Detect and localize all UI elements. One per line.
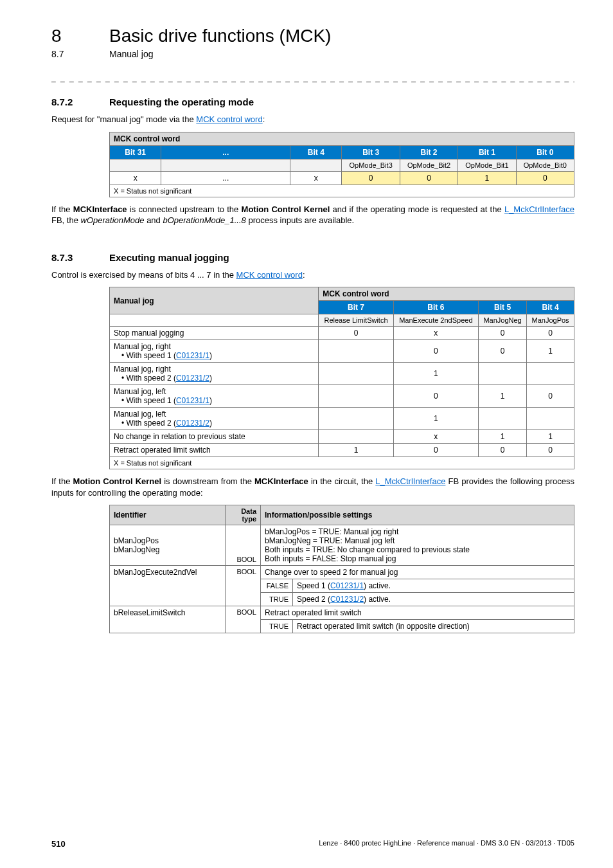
val-cell: 0	[479, 340, 527, 363]
text: FB, the	[51, 215, 81, 225]
heading-872: 8.7.2 Requesting the operating mode	[51, 96, 574, 107]
val-cell: 0	[400, 171, 458, 185]
value-label: TRUE	[261, 593, 293, 606]
val-cell	[527, 408, 574, 430]
text: wOperationMode	[81, 215, 145, 225]
divider: _ _ _ _ _ _ _ _ _ _ _ _ _ _ _ _ _ _ _ _ …	[51, 73, 574, 82]
val-cell: x	[393, 430, 478, 444]
identifier-cell: bReleaseLimitSwitch	[110, 606, 226, 633]
text: Manual jog, right	[114, 365, 171, 374]
sub-cell: OpMode_Bit2	[400, 159, 458, 171]
val-cell: 1	[527, 430, 574, 444]
value-label: TRUE	[261, 620, 293, 633]
mckctrlinterface-link[interactable]: L_MckCtrlInterface	[375, 476, 445, 486]
text: Manual jog, left	[114, 410, 166, 419]
col-bit31: Bit 31	[110, 145, 161, 159]
val-cell: 1	[458, 171, 516, 185]
val-cell	[479, 408, 527, 430]
info-cell: Change over to speed 2 for manual jog	[261, 566, 574, 579]
val-cell: x	[110, 171, 161, 185]
info-cell: Retract operated limit switch (in opposi…	[293, 620, 574, 633]
info-cell: Speed 1 (C01231/1) active.	[293, 579, 574, 593]
val-cell: 0	[479, 444, 527, 457]
sub-cell: ManJogPos	[527, 314, 574, 327]
col-bit6: Bit 6	[393, 301, 478, 314]
chapter-number: 8	[51, 26, 109, 46]
text: If the	[51, 476, 73, 486]
intro-873: Control is exercised by means of bits 4 …	[51, 269, 574, 281]
text: Both inputs = FALSE: Stop manual jog	[265, 554, 396, 563]
c01231-link[interactable]: C01231/1	[176, 351, 209, 360]
val-cell	[479, 363, 527, 385]
table-caption-right: MCK control word	[319, 287, 574, 301]
row-label: Retract operated limit switch	[110, 444, 319, 457]
info-cell: Speed 2 (C01231/2) active.	[293, 593, 574, 606]
info-cell: bManJogPos = TRUE: Manual jog right bMan…	[261, 525, 574, 566]
page-number: 510	[51, 839, 66, 849]
val-cell: 0	[319, 327, 393, 340]
col-info: Information/possible settings	[261, 505, 574, 525]
col-bit3: Bit 3	[342, 145, 400, 159]
col-bit0: Bit 0	[516, 145, 574, 159]
mckctrlinterface-link[interactable]: L_MckCtrlInterface	[504, 204, 574, 214]
text: Speed 2 (	[297, 595, 330, 604]
text: Speed 1 (	[297, 581, 330, 590]
text: is downstream from the	[161, 476, 254, 486]
row-label: Manual jog, left• With speed 1 (C01231/1…	[110, 385, 319, 408]
table-footnote: X = Status not significant	[110, 185, 574, 197]
text: process inputs are available.	[246, 215, 354, 225]
val-cell: 0	[393, 444, 478, 457]
section-number: 8.7	[51, 49, 109, 59]
val-cell: 0	[479, 327, 527, 340]
val-cell: 0	[342, 171, 400, 185]
datatype-cell: BOOL	[226, 525, 261, 566]
info-cell: Retract operated limit switch	[261, 606, 574, 620]
value-label: FALSE	[261, 579, 293, 593]
col-bit1: Bit 1	[458, 145, 516, 159]
heading-title: Executing manual jogging	[109, 252, 229, 263]
c01231-link[interactable]: C01231/1	[176, 396, 209, 405]
section-title: Manual jog	[109, 49, 154, 59]
text: • With speed 2 (	[121, 374, 176, 383]
mck-control-word-link[interactable]: MCK control word	[196, 114, 262, 124]
c01231-link[interactable]: C01231/2	[176, 374, 209, 383]
text: MCKInterface	[73, 204, 127, 214]
heading-873: 8.7.3 Executing manual jogging	[51, 252, 574, 263]
datatype-cell: BOOL	[226, 566, 261, 606]
val-cell: 0	[393, 340, 478, 363]
intro-872: Request for "manual jog" mode via the MC…	[51, 114, 574, 125]
col-bit5: Bit 5	[479, 301, 527, 314]
val-cell: 0	[393, 385, 478, 408]
after-873: If the Motion Control Kernel is downstre…	[51, 476, 574, 498]
row-label: Manual jog, right• With speed 2 (C01231/…	[110, 363, 319, 385]
col-bit4: Bit 4	[527, 301, 574, 314]
table-footnote: X = Status not significant	[110, 457, 574, 469]
text: Manual jog, right	[114, 342, 171, 351]
text: bManJogPos = TRUE: Manual jog right	[265, 527, 398, 536]
text: Motion Control Kernel	[242, 204, 330, 214]
c01231-1-link[interactable]: C01231/1	[330, 581, 364, 590]
c01231-2-link[interactable]: C01231/2	[330, 595, 364, 604]
val-cell: 1	[479, 385, 527, 408]
sub-cell	[110, 159, 161, 171]
val-cell: 1	[527, 340, 574, 363]
text: )	[209, 396, 212, 405]
row-label: Manual jog, right• With speed 1 (C01231/…	[110, 340, 319, 363]
col-identifier: Identifier	[110, 505, 226, 525]
c01231-link[interactable]: C01231/2	[176, 419, 209, 428]
col-bit4: Bit 4	[290, 145, 342, 159]
sub-cell	[161, 159, 290, 171]
footer-info: Lenze · 8400 protec HighLine · Reference…	[319, 839, 574, 849]
mck-control-word-link[interactable]: MCK control word	[236, 270, 303, 280]
sub-cell: Release LimitSwitch	[319, 314, 393, 327]
val-cell: 0	[516, 171, 574, 185]
text: and if the operating mode is requested a…	[330, 204, 504, 214]
val-cell: 1	[319, 444, 393, 457]
text: Both inputs = TRUE: No change compared t…	[265, 545, 470, 554]
page-footer: 510 Lenze · 8400 protec HighLine · Refer…	[51, 839, 574, 849]
text: bManJogPos	[114, 536, 159, 545]
val-cell: x	[290, 171, 342, 185]
col-bit2: Bit 2	[400, 145, 458, 159]
text: and	[145, 215, 163, 225]
val-cell	[527, 363, 574, 385]
